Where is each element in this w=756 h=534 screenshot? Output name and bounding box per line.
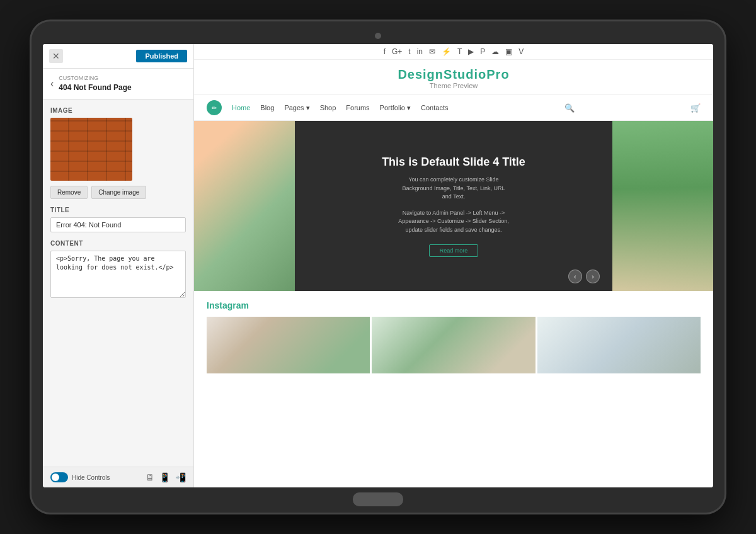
instagram-grid <box>207 317 701 373</box>
slide-right-image <box>612 121 713 291</box>
googleplus-icon[interactable]: G+ <box>392 47 402 56</box>
read-more-button[interactable]: Read more <box>429 244 479 257</box>
prev-slide-button[interactable]: ‹ <box>568 270 582 283</box>
slide-description: You can completely customize Slide Backg… <box>397 176 510 202</box>
content-label: Content <box>50 240 186 247</box>
nav-portfolio[interactable]: Portfolio ▾ <box>380 104 411 112</box>
title-input[interactable] <box>50 217 186 232</box>
tablet-home-button[interactable] <box>353 492 403 506</box>
hide-controls: Hide Controls <box>50 472 110 482</box>
tablet-camera <box>375 33 381 39</box>
site-nav: ✏ Home Blog Pages ▾ Shop Forums Portfoli… <box>194 95 713 121</box>
nav-home[interactable]: Home <box>232 104 250 111</box>
nav-logo: ✏ <box>207 100 222 115</box>
search-icon[interactable]: 🔍 <box>564 103 575 113</box>
vine-icon[interactable]: V <box>518 47 524 56</box>
change-image-button[interactable]: Change image <box>91 186 146 199</box>
slide-arrows: ‹ › <box>568 270 600 283</box>
image-section: Image Remove Change image <box>50 107 186 199</box>
extra-icon1[interactable]: ▣ <box>505 47 512 56</box>
nav-forums[interactable]: Forums <box>346 104 369 111</box>
hide-controls-toggle[interactable] <box>50 472 68 482</box>
title-section: Title <box>50 207 186 232</box>
tumblr-icon[interactable]: T <box>457 47 462 56</box>
nav-shop[interactable]: Shop <box>320 104 336 111</box>
social-bar: f G+ t in ✉ ⚡ T ▶ P ☁ ▣ V <box>194 44 713 60</box>
image-actions: Remove Change image <box>50 186 186 199</box>
remove-image-button[interactable]: Remove <box>50 186 88 199</box>
pinterest-icon[interactable]: P <box>480 47 485 56</box>
facebook-icon[interactable]: f <box>384 47 386 56</box>
site-subtitle: Theme Preview <box>207 82 701 89</box>
customizer-header: ✕ Published <box>43 44 193 69</box>
linkedin-icon[interactable]: in <box>417 47 423 56</box>
slide-title: This is Default Slide 4 Title <box>382 155 525 169</box>
vk-icon[interactable]: ☁ <box>491 47 499 56</box>
tablet-frame: ✕ Published ‹ Customizing 404 Not Found … <box>32 21 724 513</box>
published-button[interactable]: Published <box>136 50 187 62</box>
youtube-icon[interactable]: ▶ <box>468 47 474 56</box>
nav-blog[interactable]: Blog <box>260 104 274 111</box>
image-preview <box>50 118 132 181</box>
breadcrumb-info: Customizing 404 Not Found Page <box>59 75 131 93</box>
breadcrumb-title: 404 Not Found Page <box>59 83 131 92</box>
slide-left-image <box>194 121 295 291</box>
site-title: DesignStudioPro <box>207 67 701 82</box>
desktop-icon[interactable]: 🖥 <box>146 472 154 482</box>
content-textarea[interactable]: <p>Sorry, The page you are looking for d… <box>50 251 186 298</box>
customizer-footer: Hide Controls 🖥 📱 📲 <box>43 467 193 487</box>
breadcrumb: ‹ Customizing 404 Not Found Page <box>43 69 193 99</box>
preview-area: f G+ t in ✉ ⚡ T ▶ P ☁ ▣ V DesignStudioPr… <box>194 44 713 487</box>
site-header: DesignStudioPro Theme Preview <box>194 60 713 95</box>
customizer-panel: ✕ Published ‹ Customizing 404 Not Found … <box>43 44 194 487</box>
tablet-icon[interactable]: 📱 <box>159 472 170 482</box>
customizer-body: Image Remove Change image Title Content <box>43 99 193 467</box>
next-slide-button[interactable]: › <box>586 270 600 283</box>
instagram-image-3[interactable] <box>537 317 701 373</box>
tablet-screen: ✕ Published ‹ Customizing 404 Not Found … <box>43 44 713 487</box>
rss-icon[interactable]: ⚡ <box>442 47 451 56</box>
toggle-knob <box>52 474 59 481</box>
instagram-section: Instagram <box>194 291 713 383</box>
slide-right-panel <box>612 121 713 291</box>
instagram-icon[interactable]: ✉ <box>429 47 435 56</box>
twitter-icon[interactable]: t <box>408 47 410 56</box>
instagram-title: Instagram <box>207 300 701 310</box>
cart-icon[interactable]: 🛒 <box>690 103 701 113</box>
nav-pages[interactable]: Pages ▾ <box>284 104 309 112</box>
slide-center-panel: This is Default Slide 4 Title You can co… <box>295 121 612 291</box>
mobile-icon[interactable]: 📲 <box>175 472 186 482</box>
close-button[interactable]: ✕ <box>49 49 63 63</box>
slide-nav-description: Navigate to Admin Panel -> Left Menu -> … <box>397 209 510 235</box>
hide-controls-label: Hide Controls <box>72 474 110 481</box>
breadcrumb-context: Customizing <box>59 75 131 81</box>
image-label: Image <box>50 107 186 114</box>
instagram-image-2[interactable] <box>372 317 535 373</box>
slider-section: This is Default Slide 4 Title You can co… <box>194 121 713 291</box>
back-arrow-icon[interactable]: ‹ <box>50 78 54 89</box>
title-label: Title <box>50 207 186 213</box>
brick-image <box>50 118 132 181</box>
footer-device-icons: 🖥 📱 📲 <box>146 472 186 482</box>
slide-left-panel <box>194 121 295 291</box>
instagram-image-1[interactable] <box>207 317 370 373</box>
nav-contacts[interactable]: Contacts <box>421 104 448 111</box>
content-section: Content <p>Sorry, The page you are looki… <box>50 240 186 300</box>
